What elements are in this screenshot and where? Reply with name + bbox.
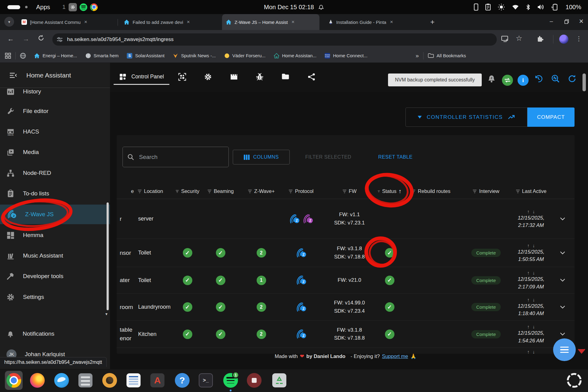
dock-terminal[interactable]: >_ [197,371,215,390]
col-rebuild-routes[interactable]: Rebuild routes [401,188,460,194]
reload-icon[interactable] [37,34,45,42]
info-icon[interactable]: i [518,75,529,86]
sidebar-scroll-arrow[interactable]: ▾ [105,311,107,316]
extensions-puzzle-icon[interactable] [537,35,544,43]
dock-firefox[interactable] [28,371,46,390]
inclusion-swap-icon[interactable] [502,75,513,86]
settings-app-icon[interactable] [69,3,77,11]
bookmarks-overflow-chevron[interactable]: » [416,52,419,59]
restore-button[interactable] [564,19,569,24]
globe-bookmark-icon[interactable] [20,53,26,59]
dock-activities-logo[interactable] [565,371,583,390]
dock-text-editor[interactable]: A [149,371,166,390]
address-bar[interactable]: ha.seiken.se/a0d7b954_zwavejs2mqtt/ingre… [52,33,497,46]
dock-files[interactable] [77,371,94,390]
bookmark-vader[interactable]: Väder Forseru... [224,53,266,58]
compact-button[interactable]: COMPACT [527,107,575,127]
install-app-icon[interactable] [501,35,509,43]
col-zwave-plus[interactable]: Z-Wave+ [242,188,281,194]
bookmark-sputnik[interactable]: Sputnik News -... [173,53,216,58]
sidebar-item-hacs[interactable]: HACS HACS [0,122,110,141]
sidebar-item-developer-tools[interactable]: Developer tools [0,266,110,286]
col-interview[interactable]: Interview [460,188,512,194]
filter-selected-button[interactable]: FILTER SELECTED [297,150,359,164]
menu-fab-button[interactable] [553,338,576,361]
tab-close-icon[interactable]: × [390,19,393,25]
browser-menu-icon[interactable]: ⋮ [576,35,582,42]
debug-bug-icon[interactable] [256,73,264,81]
col-fw[interactable]: FW [321,188,378,194]
settings-gear-icon[interactable] [204,73,212,81]
store-folder-icon[interactable] [281,73,289,80]
spotify-indicator-icon[interactable] [80,3,87,11]
forward-icon[interactable]: → [23,35,29,43]
tab-zwave-forum[interactable]: Failed to add zwave devi × [120,14,217,30]
tab-search-button[interactable]: ▾ [4,17,14,27]
network-graph-share-icon[interactable] [307,73,315,81]
table-row[interactable]: ater Toilet ✓ ✓ 1 Z FW: v21.0 ✓ Complete… [117,267,575,294]
close-window-button[interactable]: ✕ [579,18,584,25]
dock-software[interactable] [245,371,263,390]
bookmark-home-connect[interactable]: HomeConn Home Connect... [325,53,368,58]
table-row[interactable]: nsor Toilet ✓ ✓ 2 Z FW: v3.1.8SDK: v7.18… [117,239,575,267]
back-icon[interactable]: ← [7,35,14,43]
controller-statistics-button[interactable]: CONTROLLER STATISTICS [405,107,527,127]
col-name-fragment[interactable]: e [117,188,135,194]
bookmark-star-icon[interactable]: ☆ [516,34,522,43]
columns-button[interactable]: COLUMNS [233,150,290,164]
chrome-indicator-icon[interactable] [90,3,98,11]
dock-spotify[interactable]: 1 [222,371,239,390]
support-me-link[interactable]: Support me [382,353,408,359]
dock-camera[interactable] [101,371,119,390]
expand-row-chevron[interactable] [550,333,575,336]
col-last-active[interactable]: Last Active [512,188,550,194]
sidebar-item-zwave-js[interactable]: Z Z-Wave JS [0,205,110,224]
activities-pill[interactable] [7,5,20,9]
tab-close-icon[interactable]: × [187,19,190,25]
smart-start-qr-icon[interactable] [178,73,186,81]
dock-chrome-active[interactable] [5,371,23,390]
col-location[interactable]: Location [135,188,175,194]
table-row[interactable]: room Laundryroom ✓ ✓ 2 Z FW: v14.99.0SDK… [117,294,575,321]
sidebar-item-file-editor[interactable]: File editor [0,101,110,121]
tab-close-icon[interactable]: × [84,19,87,25]
dock-writer[interactable] [125,371,142,390]
scroll-down-red-icon[interactable] [578,349,586,354]
scenes-movie-icon[interactable] [230,73,238,81]
site-info-icon[interactable] [57,37,63,42]
sidebar-item-todo-lists[interactable]: To-do lists [0,184,110,203]
tab-close-icon[interactable]: × [292,19,295,25]
bookmark-solarassistant[interactable]: S SolarAssistant [127,53,164,58]
refresh-icon[interactable] [567,74,577,83]
dock-help[interactable]: ? [173,371,191,390]
search-input[interactable]: Search [123,147,229,167]
sidebar-scrollbar[interactable] [107,202,109,310]
dock-recycle[interactable] [270,371,288,390]
sidebar-item-notifications[interactable]: Notifications [0,324,110,344]
clock[interactable]: Mon Dec 15 02:18 [264,4,314,11]
col-status[interactable]: Status↑ [378,188,401,195]
sidebar-item-settings[interactable]: Settings [0,287,110,307]
sidebar-item-media[interactable]: Media [0,142,110,162]
tab-zwave-js-active[interactable]: Z-Wave JS – Home Assist × [222,14,319,30]
new-tab-button[interactable]: + [428,17,437,27]
page-scrollbar-thumb[interactable] [582,74,586,91]
apps-menu[interactable]: Apps [36,4,50,11]
expand-row-chevron[interactable] [550,306,575,309]
control-panel-tab[interactable]: Control Panel [114,70,169,85]
col-security[interactable]: Security [175,188,199,194]
dock-thunderbird[interactable] [53,371,70,390]
col-beaming[interactable]: Beaming [199,188,242,194]
tab-pinta-guide[interactable]: Installation Guide - Pinta × [325,14,422,30]
history-clock-icon[interactable] [534,74,543,83]
bookmark-smarta-hem[interactable]: Smarta hem [85,53,119,58]
col-protocol[interactable]: Protocol [281,188,321,194]
all-bookmarks-button[interactable]: All Bookmarks [428,53,466,58]
apps-grid-icon[interactable] [5,53,11,59]
sidebar-item-node-red[interactable]: Node-RED [0,163,110,183]
minimize-button[interactable]: – [550,18,553,24]
sidebar-item-music-assistant[interactable]: Music Assistant [0,246,110,266]
bookmark-energi[interactable]: Energi – Home... [34,53,77,58]
activity-search-icon[interactable] [551,74,560,83]
profile-avatar[interactable] [559,35,568,44]
